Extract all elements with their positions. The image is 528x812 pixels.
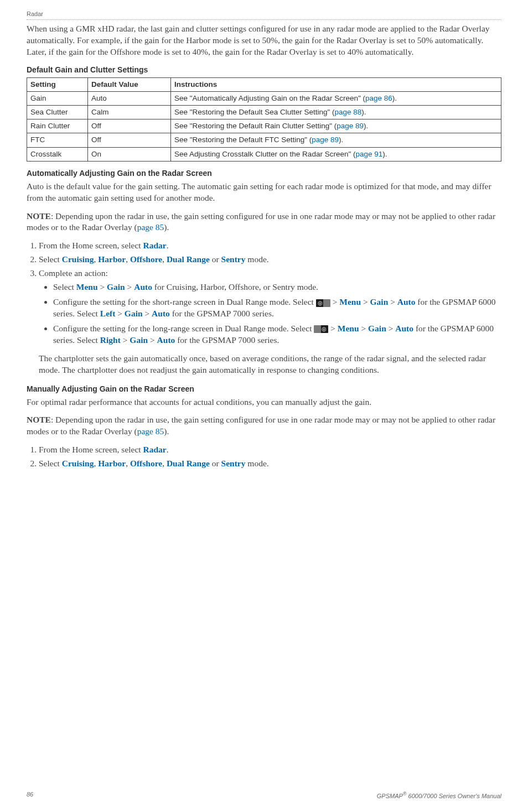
step-item: Complete an action: Select Menu > Gain >… [39, 268, 501, 346]
manual-note: NOTE: Depending upon the radar in use, t… [27, 414, 501, 438]
auto-description: Auto is the default value for the gain s… [27, 181, 501, 204]
menu-label: Menu [76, 282, 98, 292]
cell-instructions: See "Automatically Adjusting Gain on the… [171, 91, 501, 105]
page-link[interactable]: page 85 [137, 222, 164, 232]
step-item: Select Cruising, Harbor, Offshore, Dual … [39, 254, 501, 266]
bullet-item: Configure the setting for the long-range… [53, 323, 501, 346]
table-header-row: Setting Default Value Instructions [27, 77, 501, 91]
intro-paragraph: When using a GMR xHD radar, the last gai… [27, 23, 501, 58]
th-instructions: Instructions [171, 77, 501, 91]
header-section-label: Radar [27, 10, 501, 19]
step-item: From the Home screen, select Radar. [39, 240, 501, 252]
menu-label: Menu [338, 324, 359, 333]
mode-cruising: Cruising [62, 459, 94, 468]
th-setting: Setting [27, 77, 88, 91]
cell-setting: FTC [27, 133, 88, 147]
gain-label: Gain [368, 324, 386, 333]
auto-label: Auto [134, 282, 152, 292]
radar-link[interactable]: Radar [143, 241, 167, 250]
cell-instructions: See "Restoring the Default Sea Clutter S… [171, 105, 501, 119]
note-label: NOTE [27, 211, 51, 221]
mode-harbor: Harbor [98, 254, 126, 264]
table-row: Sea Clutter Calm See "Restoring the Defa… [27, 105, 501, 119]
table-row: Gain Auto See "Automatically Adjusting G… [27, 91, 501, 105]
cell-setting: Rain Clutter [27, 119, 88, 133]
cell-default: On [88, 147, 171, 161]
cell-default: Calm [88, 105, 171, 119]
bullet-item: Select Menu > Gain > Auto for Cruising, … [53, 282, 501, 293]
product-title: GPSMAP® 6000/7000 Series Owner's Manual [377, 790, 501, 800]
left-label: Left [100, 309, 116, 318]
page-number: 86 [27, 790, 33, 800]
cell-setting: Crosstalk [27, 147, 88, 161]
table-row: FTC Off See "Restoring the Default FTC S… [27, 133, 501, 147]
page-link[interactable]: page 86 [365, 94, 392, 102]
th-default: Default Value [88, 77, 171, 91]
page-link[interactable]: page 89 [312, 136, 339, 144]
auto-label: Auto [152, 309, 170, 318]
page-link[interactable]: page 89 [337, 122, 364, 130]
page-link[interactable]: page 85 [137, 426, 164, 436]
settings-table: Setting Default Value Instructions Gain … [27, 77, 501, 162]
cell-default: Off [88, 133, 171, 147]
page-link[interactable]: page 91 [355, 150, 382, 158]
right-label: Right [100, 335, 121, 345]
table-row: Crosstalk On See Adjusting Crosstalk Clu… [27, 147, 501, 161]
mode-offshore: Offshore [130, 459, 162, 468]
header-rule [27, 19, 501, 20]
radar-link[interactable]: Radar [143, 445, 167, 454]
table-title: Default Gain and Clutter Settings [27, 65, 501, 75]
cell-default: Auto [88, 91, 171, 105]
auto-note: NOTE: Depending upon the radar in use, t… [27, 211, 501, 234]
page-link[interactable]: page 88 [335, 108, 362, 116]
bullet-item: Configure the setting for the short-rang… [53, 296, 501, 320]
long-range-icon: ◎ [314, 325, 328, 333]
mode-sentry: Sentry [221, 459, 246, 468]
mode-harbor: Harbor [98, 459, 126, 468]
auto-closing: The chartplotter sets the gain automatic… [39, 353, 501, 376]
cell-setting: Sea Clutter [27, 105, 88, 119]
manual-steps-list: From the Home screen, select Radar. Sele… [27, 444, 501, 470]
table-row: Rain Clutter Off See "Restoring the Defa… [27, 119, 501, 133]
auto-steps-list: From the Home screen, select Radar. Sele… [27, 240, 501, 346]
short-range-icon: ◎ [316, 299, 330, 307]
cell-instructions: See "Restoring the Default FTC Setting" … [171, 133, 501, 147]
mode-cruising: Cruising [62, 254, 94, 264]
gain-label: Gain [125, 309, 143, 318]
gain-label: Gain [107, 282, 125, 292]
mode-offshore: Offshore [130, 254, 162, 264]
cell-instructions: See "Restoring the Default Rain Clutter … [171, 119, 501, 133]
manual-description: For optimal radar performance that accou… [27, 397, 501, 408]
gain-label: Gain [370, 297, 389, 306]
step-item: Select Cruising, Harbor, Offshore, Dual … [39, 458, 501, 470]
note-label: NOTE [27, 415, 51, 424]
menu-label: Menu [339, 297, 361, 306]
page-footer: 86 GPSMAP® 6000/7000 Series Owner's Manu… [27, 790, 501, 800]
auto-label: Auto [157, 335, 175, 345]
mode-sentry: Sentry [221, 254, 246, 264]
auto-section-title: Automatically Adjusting Gain on the Rada… [27, 168, 501, 179]
mode-dual-range: Dual Range [167, 459, 210, 468]
cell-instructions: See Adjusting Crosstalk Clutter on the R… [171, 147, 501, 161]
page-content: Radar When using a GMR xHD radar, the la… [0, 0, 528, 470]
auto-label: Auto [395, 324, 413, 333]
auto-label: Auto [397, 297, 416, 306]
step-item: From the Home screen, select Radar. [39, 444, 501, 456]
manual-section-title: Manually Adjusting Gain on the Radar Scr… [27, 384, 501, 394]
cell-setting: Gain [27, 91, 88, 105]
auto-bullets: Select Menu > Gain > Auto for Cruising, … [39, 282, 501, 346]
gain-label: Gain [130, 335, 148, 345]
cell-default: Off [88, 119, 171, 133]
mode-dual-range: Dual Range [167, 254, 210, 264]
